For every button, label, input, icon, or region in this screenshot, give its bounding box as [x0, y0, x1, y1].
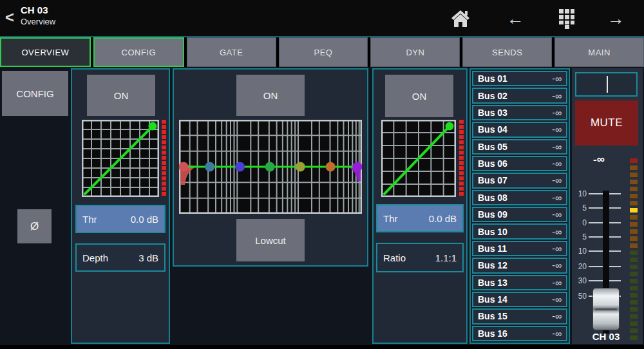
gate-depth-row[interactable]: Depth 3 dB	[75, 243, 166, 272]
dyn-reduction-meter	[459, 120, 464, 197]
content-area: CONFIG Ø ON Thr 0.0 dB Depth 3 dB ON L	[0, 67, 644, 345]
fader-scale-label: 30	[572, 276, 589, 285]
gate-on-button[interactable]: ON	[87, 75, 155, 116]
dyn-on-button[interactable]: ON	[385, 75, 453, 117]
pan-indicator[interactable]	[575, 72, 638, 97]
fader-scale-mark: 5	[572, 232, 623, 241]
send-row-bus-03[interactable]: Bus 03-∞	[472, 105, 567, 120]
send-row-bus-12[interactable]: Bus 12-∞	[472, 258, 567, 273]
send-row-bus-15[interactable]: Bus 15-∞	[472, 308, 567, 324]
meter-segment	[630, 307, 638, 312]
meter-segment	[630, 258, 638, 262]
meter-segment	[630, 265, 638, 269]
send-bus-label: Bus 10	[478, 227, 507, 237]
eq-band-handle-band-4[interactable]	[296, 162, 305, 172]
fader-scale-label: 5	[572, 203, 589, 212]
dyn-threshold-value: 0.0 dB	[429, 213, 457, 224]
fader-scale-mark: 0	[572, 218, 623, 227]
channel-name-label: CH 03	[574, 331, 638, 342]
pan-position-marker	[607, 76, 608, 93]
mixer-screen: < CH 03 Overview ← → OVE	[0, 0, 644, 349]
meter-segment	[630, 229, 638, 234]
dyn-panel: ON Thr 0.0 dB Ratio 1.1:1	[372, 68, 468, 344]
tab-sends[interactable]: SENDS	[462, 37, 552, 67]
fader-knob[interactable]	[592, 288, 620, 330]
send-row-bus-13[interactable]: Bus 13-∞	[472, 275, 567, 290]
meter-segment	[630, 165, 638, 170]
eq-band-handle-band-3[interactable]	[265, 162, 275, 172]
send-row-bus-06[interactable]: Bus 06-∞	[472, 156, 567, 171]
send-level-value: -∞	[552, 158, 562, 169]
tab-peq[interactable]: PEQ	[279, 37, 368, 67]
send-bus-label: Bus 02	[478, 91, 507, 101]
eq-band-handle-band-2[interactable]	[235, 162, 245, 172]
send-row-bus-16[interactable]: Bus 16-∞	[472, 326, 567, 341]
send-bus-label: Bus 03	[478, 108, 507, 118]
tab-config[interactable]: CONFIG	[93, 37, 184, 67]
gate-depth-value: 3 dB	[138, 252, 158, 263]
forward-arrow-icon[interactable]: →	[604, 9, 627, 28]
eq-on-button[interactable]: ON	[236, 75, 305, 116]
meter-segment	[630, 286, 638, 290]
gate-threshold-row[interactable]: Thr 0.0 dB	[75, 205, 166, 233]
send-level-value: -∞	[552, 243, 562, 254]
meter-segment	[630, 236, 638, 241]
tab-main[interactable]: MAIN	[554, 37, 644, 67]
send-bus-label: Bus 11	[478, 243, 507, 254]
meter-segment	[630, 314, 638, 319]
keypad-icon[interactable]	[555, 9, 578, 28]
config-button[interactable]: CONFIG	[2, 71, 68, 116]
lowcut-button[interactable]: Lowcut	[236, 219, 305, 261]
eq-curve-graph[interactable]	[179, 120, 362, 214]
eq-band-handle-hicut[interactable]	[353, 162, 363, 172]
tab-overview[interactable]: OVERVIEW	[0, 37, 91, 67]
back-chevron-icon[interactable]: <	[5, 8, 14, 26]
send-row-bus-11[interactable]: Bus 11-∞	[472, 241, 567, 256]
tab-bar: OVERVIEWCONFIGGATEPEQDYNSENDSMAIN	[0, 36, 644, 67]
home-icon[interactable]	[449, 9, 472, 28]
eq-band-handle-band-1[interactable]	[205, 162, 214, 172]
meter-segment	[630, 272, 638, 276]
send-row-bus-10[interactable]: Bus 10-∞	[472, 223, 567, 239]
fader-scale-mark: 5	[572, 203, 623, 212]
dyn-ratio-row[interactable]: Ratio 1.1:1	[376, 243, 464, 272]
send-level-value: -∞	[552, 91, 562, 101]
channel-title-block[interactable]: CH 03 Overview	[21, 5, 55, 27]
send-row-bus-08[interactable]: Bus 08-∞	[472, 190, 567, 205]
eq-band-handle-band-5[interactable]	[326, 162, 336, 172]
meter-segment	[630, 243, 638, 248]
send-row-bus-01[interactable]: Bus 01-∞	[472, 71, 567, 86]
dyn-ratio-value: 1.1:1	[435, 252, 457, 263]
send-row-bus-02[interactable]: Bus 02-∞	[472, 88, 567, 103]
send-row-bus-04[interactable]: Bus 04-∞	[472, 122, 567, 137]
send-row-bus-14[interactable]: Bus 14-∞	[472, 292, 567, 307]
dyn-threshold-row[interactable]: Thr 0.0 dB	[376, 204, 464, 232]
meter-segment	[630, 215, 638, 220]
mute-button[interactable]: MUTE	[575, 100, 638, 146]
gate-curve-graph[interactable]	[82, 120, 159, 197]
send-level-value: -∞	[552, 73, 562, 84]
fader-scale-mark: 10	[572, 247, 623, 256]
send-row-bus-09[interactable]: Bus 09-∞	[472, 207, 567, 222]
phase-invert-button[interactable]: Ø	[17, 209, 52, 243]
send-level-value: -∞	[552, 227, 562, 237]
meter-segment	[630, 173, 638, 177]
send-level-value: -∞	[552, 209, 562, 220]
send-level-value: -∞	[552, 124, 562, 135]
page-subtitle: Overview	[21, 17, 55, 27]
send-bus-label: Bus 12	[478, 260, 507, 270]
send-level-value: -∞	[552, 311, 562, 321]
send-bus-label: Bus 07	[478, 175, 507, 185]
tab-gate[interactable]: GATE	[187, 37, 276, 67]
send-row-bus-07[interactable]: Bus 07-∞	[472, 173, 567, 188]
send-bus-label: Bus 04	[478, 124, 507, 135]
send-row-bus-05[interactable]: Bus 05-∞	[472, 139, 567, 155]
dyn-curve-graph[interactable]	[381, 120, 456, 197]
meter-segment	[630, 180, 638, 184]
meter-segment	[630, 222, 638, 227]
send-level-value: -∞	[552, 294, 562, 305]
fader-scale-label: 20	[572, 262, 589, 271]
eq-band-handle-lowcut[interactable]	[179, 162, 189, 172]
tab-dyn[interactable]: DYN	[370, 37, 460, 67]
back-arrow-icon[interactable]: ←	[504, 9, 527, 28]
